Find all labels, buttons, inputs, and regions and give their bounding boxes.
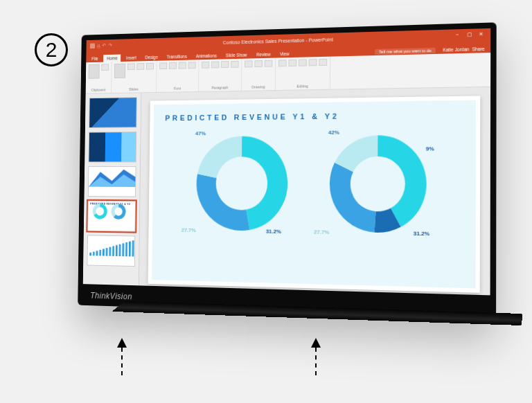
svg-rect-13 [119, 244, 121, 256]
svg-rect-10 [109, 247, 111, 256]
ribbon-button[interactable] [88, 64, 99, 79]
arrow-up-icon [117, 338, 127, 348]
svg-rect-14 [122, 243, 124, 256]
svg-rect-12 [116, 245, 118, 256]
svg-rect-11 [112, 246, 114, 256]
slide-canvas-area: PREDICTED REVENUE Y1 & Y2 47%31.2%27.7%4… [139, 87, 490, 296]
ribbon-button[interactable] [231, 61, 238, 68]
restore-button[interactable]: ▢ [468, 32, 475, 39]
ribbon-group-slides: Slides [112, 61, 157, 93]
ribbon-button[interactable] [288, 60, 296, 66]
tab-home[interactable]: Home [104, 55, 121, 62]
ribbon-group-clipboard: Clipboard [86, 62, 112, 93]
svg-rect-9 [106, 248, 108, 256]
arrow-indicator-left [118, 338, 126, 375]
ribbon-button[interactable] [299, 59, 307, 66]
ribbon-button[interactable] [101, 64, 109, 71]
ribbon-group-font: Font [157, 60, 199, 92]
ribbon-button[interactable] [179, 62, 186, 69]
ribbon-group-label: Editing [296, 84, 308, 88]
close-button[interactable]: ✕ [479, 31, 486, 39]
minimize-button[interactable]: − [456, 32, 463, 39]
ribbon-group-editing: Editing [276, 57, 330, 90]
monitor-brand-label: ThinkVision [90, 291, 132, 301]
monitor-frame: ⎙ ↶ ↷ Contoso Electronics Sales Presenta… [78, 22, 497, 319]
tab-file[interactable]: File [89, 55, 101, 62]
ribbon-group-drawing: Drawing [242, 58, 276, 91]
ribbon-button[interactable] [221, 61, 229, 68]
slide-thumbnail[interactable] [88, 166, 136, 197]
tab-review[interactable]: Review [253, 51, 274, 59]
slide-content: PREDICTED REVENUE Y1 & Y2 47%31.2%27.7%4… [152, 100, 476, 289]
arrow-up-icon [311, 338, 321, 348]
qat-undo-icon[interactable]: ↶ [103, 43, 106, 48]
account-menu[interactable]: Katie Jordan Share [440, 45, 488, 54]
monitor-stage: ⎙ ↶ ↷ Contoso Electronics Sales Presenta… [35, 28, 506, 374]
ribbon-button[interactable] [309, 59, 317, 66]
svg-rect-4 [89, 253, 91, 256]
workspace: BUSINESS PLANCONTENTSPREDICTED REVENUE Y… [83, 87, 490, 296]
chart-value-label: 27.7% [181, 227, 196, 233]
ribbon-button[interactable] [211, 61, 219, 68]
ribbon-button[interactable] [146, 63, 154, 70]
chart-value-label: 47% [195, 130, 206, 136]
slide-title[interactable]: PREDICTED REVENUE Y1 & Y2 [165, 110, 463, 122]
ribbon-button[interactable] [114, 64, 125, 78]
ribbon-button[interactable] [319, 59, 327, 66]
svg-rect-8 [103, 249, 105, 256]
svg-rect-5 [93, 251, 95, 256]
chart-value-label: 9% [426, 145, 434, 152]
thumbnail-panel[interactable]: BUSINESS PLANCONTENTSPREDICTED REVENUE Y… [83, 93, 141, 285]
chart-value-label: 42% [328, 129, 339, 136]
tell-me-search[interactable]: Tell me what you want to do [375, 47, 436, 54]
ribbon-button[interactable] [245, 60, 253, 67]
slide-thumbnail[interactable]: PREDICTED REVENUE Y1 & Y2 [87, 201, 136, 232]
ribbon-button[interactable] [188, 62, 196, 69]
ribbon-button[interactable] [202, 62, 209, 69]
slide-thumbnail[interactable]: CONTENTS [89, 132, 137, 162]
ribbon-group-label: Font [174, 87, 181, 91]
donut-chart[interactable]: 42%9%31.2%27.7% [319, 123, 438, 244]
ribbon-button[interactable] [265, 60, 273, 67]
charts-row: 47%31.2%27.7%42%9%31.2%27.7% [163, 123, 463, 245]
ribbon-group-label: Paragraph [211, 85, 228, 89]
svg-rect-7 [99, 250, 101, 256]
donut-chart[interactable]: 47%31.2%27.7% [186, 125, 299, 242]
ribbon-button[interactable] [254, 60, 263, 67]
ribbon-button[interactable] [169, 62, 177, 69]
chart-value-label: 31.2% [414, 230, 429, 237]
ribbon-button[interactable] [278, 60, 287, 66]
tab-design[interactable]: Design [142, 53, 161, 61]
ribbon-button[interactable] [159, 62, 167, 69]
svg-rect-17 [132, 240, 134, 256]
ribbon-group-label: Clipboard [91, 88, 105, 92]
ribbon-group-label: Drawing [251, 84, 265, 89]
ribbon-button[interactable] [136, 63, 144, 70]
share-button[interactable]: Share [472, 46, 484, 52]
chart-value-label: 27.7% [314, 229, 329, 235]
account-name: Katie Jordan [443, 46, 469, 52]
svg-rect-15 [125, 242, 127, 256]
ribbon-button[interactable] [127, 63, 135, 70]
tab-view[interactable]: View [276, 50, 292, 57]
arrow-indicator-right [312, 338, 320, 375]
ribbon-group-paragraph: Paragraph [199, 59, 242, 91]
qat-save-icon[interactable]: ⎙ [97, 44, 100, 48]
slide-thumbnail[interactable] [87, 235, 135, 267]
monitor-screen: ⎙ ↶ ↷ Contoso Electronics Sales Presenta… [83, 28, 490, 296]
tab-insert[interactable]: Insert [123, 54, 140, 62]
chart-value-label: 31.2% [266, 228, 281, 234]
slide-canvas[interactable]: PREDICTED REVENUE Y1 & Y2 47%31.2%27.7%4… [148, 96, 481, 293]
app-icon [90, 43, 95, 48]
ribbon-group-label: Slides [129, 87, 139, 91]
svg-rect-16 [129, 242, 131, 257]
slide-thumbnail[interactable]: BUSINESS PLAN [89, 97, 137, 128]
svg-rect-6 [96, 251, 98, 256]
